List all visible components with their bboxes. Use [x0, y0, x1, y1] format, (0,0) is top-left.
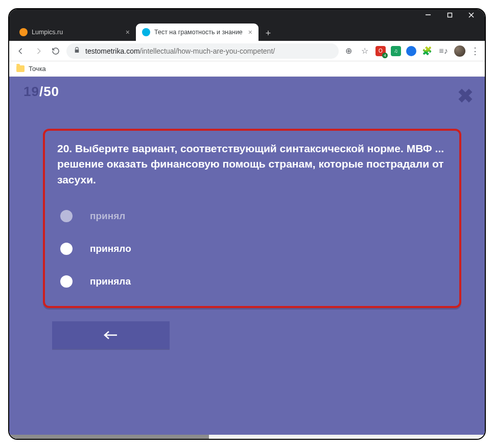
arrow-right-icon — [34, 46, 43, 56]
question-card: 20. Выберите вариант, соответствующий си… — [43, 129, 461, 308]
answer-option-1[interactable]: принял — [60, 210, 447, 222]
window-titlebar — [9, 9, 485, 20]
progress-current: 19 — [23, 84, 39, 99]
window-maximize-button[interactable] — [439, 9, 460, 20]
lock-icon — [74, 46, 80, 55]
tab-testometrika[interactable]: Тест на грамотность и знание р × — [136, 23, 258, 41]
new-tab-button[interactable]: + — [261, 26, 276, 41]
window-close-button[interactable] — [460, 9, 482, 20]
media-control-button[interactable]: ≡♪ — [438, 45, 449, 57]
tab-close-button[interactable]: × — [126, 28, 130, 36]
horizontal-scrollbar[interactable] — [9, 435, 485, 439]
url-host: testometrika.com — [85, 47, 140, 55]
extensions-button[interactable]: 🧩 — [421, 45, 433, 57]
quiz-progress: 19/50 — [9, 77, 485, 97]
profile-avatar[interactable] — [454, 45, 465, 57]
quiz-close-button[interactable]: ✖ — [457, 85, 474, 107]
radio-icon — [60, 275, 73, 288]
arrow-left-icon — [16, 46, 26, 56]
answer-label: приняло — [90, 243, 131, 254]
bookmark-item[interactable]: Точка — [29, 65, 46, 73]
reload-icon — [51, 46, 60, 56]
radio-icon — [60, 243, 73, 255]
answer-options: принял приняло приняла — [57, 210, 447, 288]
bookmarks-bar: Точка — [9, 61, 485, 77]
nav-reload-button[interactable] — [49, 44, 62, 58]
nav-forward-button[interactable] — [32, 44, 45, 58]
tab-title: Тест на грамотность и знание р — [154, 29, 244, 36]
extension-globe-icon[interactable] — [406, 46, 416, 56]
tab-title: Lumpics.ru — [32, 29, 63, 36]
favicon-icon — [142, 28, 150, 36]
svg-rect-1 — [448, 13, 452, 17]
answer-option-2[interactable]: приняло — [60, 243, 447, 255]
arrow-left-icon — [103, 330, 119, 340]
maximize-icon — [447, 12, 453, 18]
url-text: testometrika.com/intellectual/how-much-a… — [85, 47, 275, 55]
answer-label: приняла — [90, 276, 131, 287]
progress-total: 50 — [43, 84, 59, 99]
zoom-button[interactable]: ⊕ — [343, 45, 354, 57]
address-bar[interactable]: testometrika.com/intellectual/how-much-a… — [66, 43, 339, 59]
folder-icon — [16, 65, 25, 72]
toolbar-actions: ⊕ ☆ O ♫ 🧩 ≡♪ ⋮ — [343, 45, 480, 57]
favicon-icon — [19, 28, 28, 36]
toolbar: testometrika.com/intellectual/how-much-a… — [9, 41, 485, 61]
radio-icon — [60, 210, 73, 222]
window-minimize-button[interactable] — [417, 9, 439, 20]
nav-back-button[interactable] — [14, 44, 28, 58]
bookmark-star-button[interactable]: ☆ — [359, 45, 370, 57]
browser-window: Lumpics.ru × Тест на грамотность и знани… — [8, 8, 486, 440]
extension-opera-icon[interactable]: O — [375, 46, 386, 56]
chrome-menu-button[interactable]: ⋮ — [471, 45, 480, 57]
close-icon — [468, 12, 474, 18]
answer-option-3[interactable]: приняла — [60, 275, 447, 288]
progress-sep: / — [39, 84, 43, 99]
tab-lumpics[interactable]: Lumpics.ru × — [13, 23, 136, 41]
url-path: /intellectual/how-much-are-you-competent… — [140, 47, 275, 55]
scrollbar-thumb[interactable] — [9, 435, 209, 439]
tab-strip: Lumpics.ru × Тест на грамотность и знани… — [9, 20, 485, 41]
quiz-back-button[interactable] — [52, 321, 170, 349]
minimize-icon — [425, 12, 431, 18]
answer-label: принял — [90, 210, 125, 222]
extension-music-icon[interactable]: ♫ — [391, 46, 401, 56]
question-text: 20. Выберите вариант, соответствующий си… — [57, 141, 447, 187]
page-content: 19/50 ✖ 20. Выберите вариант, соответств… — [9, 77, 485, 435]
tab-close-button[interactable]: × — [248, 28, 252, 36]
